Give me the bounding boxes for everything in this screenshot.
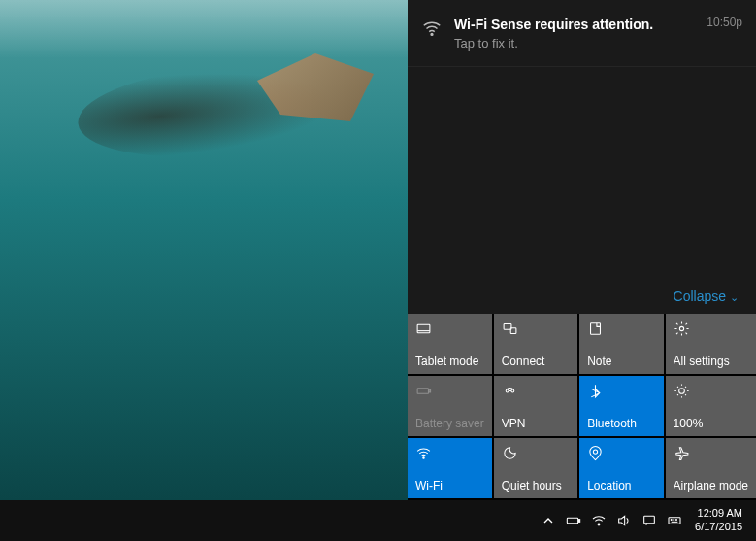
tile-label: VPN — [502, 417, 570, 430]
svg-rect-5 — [591, 322, 601, 333]
connect-icon — [502, 320, 570, 337]
tile-vpn[interactable]: VPN — [494, 376, 577, 436]
tile-label: Wi-Fi — [415, 479, 484, 492]
svg-point-6 — [679, 326, 683, 330]
tile-battery: Battery saver — [408, 376, 492, 436]
collapse-button[interactable]: Collapse⌄ — [674, 288, 739, 304]
collapse-label: Collapse — [674, 288, 726, 304]
tile-label: Note — [587, 355, 655, 368]
action-center-tray-icon[interactable] — [637, 500, 662, 541]
vpn-icon — [502, 382, 570, 399]
tile-airplane[interactable]: Airplane mode — [666, 438, 756, 498]
tile-quiet[interactable]: Quiet hours — [494, 438, 577, 498]
wifi-icon — [415, 444, 484, 461]
action-center-panel: Wi-Fi Sense requires attention. Tap to f… — [408, 0, 756, 500]
airplane-icon — [674, 444, 748, 461]
system-tray — [536, 500, 687, 541]
svg-point-21 — [674, 520, 674, 521]
chevron-down-icon: ⌄ — [730, 291, 739, 304]
svg-point-9 — [506, 389, 509, 392]
tray-overflow-button[interactable] — [536, 500, 561, 541]
note-icon — [587, 320, 655, 337]
svg-point-22 — [676, 520, 677, 521]
svg-rect-15 — [578, 520, 579, 523]
svg-point-20 — [671, 520, 672, 521]
svg-rect-7 — [417, 388, 428, 393]
tile-label: All settings — [674, 355, 748, 368]
notification-subtitle: Tap to fix it. — [454, 36, 699, 51]
tile-label: Quiet hours — [502, 479, 570, 492]
tile-location[interactable]: Location — [579, 438, 663, 498]
taskbar: 12:09 AM 6/17/2015 — [0, 500, 756, 541]
notification-title: Wi-Fi Sense requires attention. — [454, 16, 699, 34]
settings-icon — [674, 320, 748, 337]
tile-label: Airplane mode — [674, 479, 748, 492]
tile-tablet[interactable]: Tablet mode — [408, 314, 492, 374]
svg-point-11 — [678, 388, 684, 393]
wifi-sense-icon — [421, 16, 448, 51]
svg-point-13 — [594, 449, 598, 453]
volume-tray-icon[interactable] — [611, 500, 637, 541]
network-tray-icon[interactable] — [586, 500, 611, 541]
location-icon — [587, 444, 655, 461]
tile-note[interactable]: Note — [579, 314, 663, 374]
keyboard-tray-icon[interactable] — [662, 500, 687, 541]
quick-action-tiles: Tablet modeConnectNoteAll settingsBatter… — [408, 314, 756, 500]
bluetooth-icon — [587, 382, 655, 399]
tablet-icon — [415, 320, 484, 337]
svg-point-10 — [511, 389, 514, 392]
svg-rect-1 — [417, 324, 430, 333]
svg-point-12 — [423, 456, 424, 457]
svg-point-16 — [598, 524, 600, 525]
tile-brightness[interactable]: 100% — [666, 376, 756, 436]
svg-point-0 — [431, 34, 433, 36]
svg-rect-8 — [429, 389, 430, 392]
tile-settings[interactable]: All settings — [666, 314, 756, 374]
svg-rect-14 — [567, 518, 577, 523]
clock-date: 6/17/2015 — [695, 521, 742, 534]
tile-label: Battery saver — [415, 417, 484, 430]
tile-bluetooth[interactable]: Bluetooth — [579, 376, 663, 436]
svg-rect-17 — [644, 516, 655, 523]
clock-time: 12:09 AM — [695, 507, 742, 521]
brightness-icon — [674, 382, 748, 399]
quiet-icon — [502, 444, 570, 461]
tile-label: 100% — [674, 417, 748, 430]
tile-label: Location — [587, 479, 655, 492]
tile-connect[interactable]: Connect — [494, 314, 577, 374]
svg-rect-18 — [669, 518, 680, 524]
notification-time: 10:50p — [699, 16, 742, 51]
taskbar-clock[interactable]: 12:09 AM 6/17/2015 — [687, 507, 750, 534]
battery-icon — [415, 382, 484, 399]
battery-tray-icon[interactable] — [561, 500, 586, 541]
tile-label: Bluetooth — [587, 417, 655, 430]
notification-item[interactable]: Wi-Fi Sense requires attention. Tap to f… — [408, 0, 756, 67]
desktop-wallpaper — [0, 0, 408, 500]
tile-wifi[interactable]: Wi-Fi — [408, 438, 492, 498]
tile-label: Connect — [502, 355, 570, 368]
tile-label: Tablet mode — [415, 355, 484, 368]
